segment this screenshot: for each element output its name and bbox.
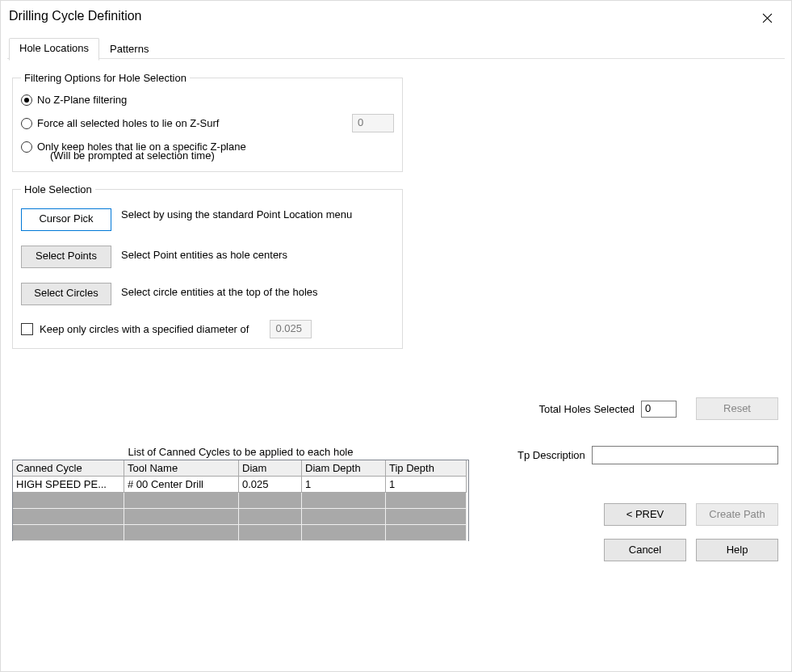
cycle-list-area: List of Canned Cycles to be applied to e… [12, 446, 469, 541]
lower-area: List of Canned Cycles to be applied to e… [12, 446, 785, 561]
content-area: Hole Locations Patterns Filtering Option… [1, 38, 791, 568]
select-circles-button[interactable]: Select Circles [21, 283, 111, 305]
right-panel: Tp Description < PREV Create Path Cancel… [518, 446, 785, 561]
tab-body: Filtering Options for Hole Selection No … [7, 61, 785, 561]
close-button[interactable] [751, 6, 783, 30]
table-row[interactable] [13, 525, 468, 541]
cursor-pick-button[interactable]: Cursor Pick [21, 208, 111, 231]
cycle-grid[interactable]: Canned Cycle Tool Name Diam Diam Depth T… [12, 460, 469, 541]
radio-icon [21, 118, 32, 129]
cell-tool-name: # 00 Center Drill [124, 477, 239, 493]
help-button[interactable]: Help [696, 539, 778, 561]
tabstrip: Hole Locations Patterns [7, 38, 785, 61]
table-row[interactable] [13, 493, 468, 509]
keep-only-circles-checkbox[interactable] [21, 323, 33, 335]
keep-only-label: Keep only circles with a specified diame… [40, 323, 249, 335]
col-tip-depth[interactable]: Tip Depth [386, 460, 467, 477]
zsurf-value-input[interactable]: 0 [352, 114, 394, 132]
filtering-legend: Filtering Options for Hole Selection [21, 72, 190, 84]
col-tool-name[interactable]: Tool Name [124, 460, 239, 477]
close-icon [762, 13, 773, 23]
total-row: Total Holes Selected 0 Reset [12, 397, 778, 420]
prev-button[interactable]: < PREV [604, 503, 686, 526]
tp-description-label: Tp Description [518, 449, 585, 461]
cell-tip-depth: 1 [386, 477, 467, 493]
cell-canned-cycle: HIGH SPEED PE... [13, 477, 124, 493]
window-title: Drilling Cycle Definition [9, 6, 142, 23]
list-title: List of Canned Cycles to be applied to e… [12, 446, 469, 458]
cell-diam-depth: 1 [302, 477, 386, 493]
select-points-desc: Select Point entities as hole centers [121, 246, 287, 261]
cancel-button[interactable]: Cancel [604, 539, 686, 561]
nav-button-row: < PREV Create Path [518, 503, 778, 526]
col-diam-depth[interactable]: Diam Depth [302, 460, 386, 477]
radio-icon [21, 94, 32, 106]
tp-description-input[interactable] [592, 446, 778, 464]
radio-force-zsurf[interactable]: Force all selected holes to lie on Z-Sur… [21, 114, 394, 132]
radio-label-force: Force all selected holes to lie on Z-Sur… [37, 117, 219, 129]
titlebar: Drilling Cycle Definition [1, 1, 791, 38]
tp-description-row: Tp Description [518, 446, 778, 464]
tab-hole-locations[interactable]: Hole Locations [9, 38, 99, 61]
hole-selection-group: Hole Selection Cursor Pick Select by usi… [12, 183, 403, 349]
radio-label-no-zplane: No Z-Plane filtering [37, 94, 127, 106]
create-path-button[interactable]: Create Path [696, 503, 778, 526]
col-canned-cycle[interactable]: Canned Cycle [13, 460, 124, 477]
table-row[interactable] [13, 509, 468, 525]
select-points-button[interactable]: Select Points [21, 246, 111, 268]
action-button-row: Cancel Help [518, 539, 778, 561]
cell-diam: 0.025 [239, 477, 302, 493]
filtering-group: Filtering Options for Hole Selection No … [12, 72, 403, 172]
circle-diameter-input[interactable]: 0.025 [270, 320, 312, 338]
cursor-pick-desc: Select by using the standard Point Locat… [121, 208, 352, 220]
total-value: 0 [641, 401, 677, 418]
table-header: Canned Cycle Tool Name Diam Diam Depth T… [13, 460, 468, 477]
total-label: Total Holes Selected [538, 403, 635, 415]
table-row[interactable]: HIGH SPEED PE... # 00 Center Drill 0.025… [13, 477, 468, 493]
radio-no-zplane[interactable]: No Z-Plane filtering [21, 94, 394, 106]
radio-icon [21, 141, 32, 153]
tab-patterns[interactable]: Patterns [99, 38, 159, 61]
col-diam[interactable]: Diam [239, 460, 302, 477]
select-circles-desc: Select circle entities at the top of the… [121, 283, 318, 298]
reset-button[interactable]: Reset [696, 397, 778, 420]
selection-legend: Hole Selection [21, 183, 95, 195]
dialog-window: Drilling Cycle Definition Hole Locations… [0, 0, 792, 672]
